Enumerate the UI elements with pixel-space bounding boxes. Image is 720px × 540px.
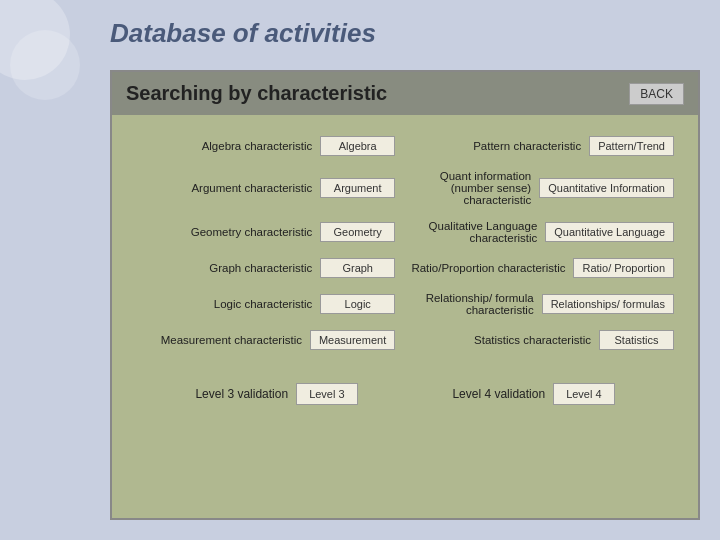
char-button[interactable]: Argument — [320, 178, 395, 198]
left-char-item: Logic characteristic Logic — [128, 285, 403, 323]
char-label: Pattern characteristic — [411, 140, 581, 152]
level3-label: Level 3 validation — [195, 387, 288, 401]
level4-item: Level 4 validation Level 4 — [452, 383, 614, 405]
left-char-item: Algebra characteristic Algebra — [128, 129, 403, 163]
panel-content: Algebra characteristic Algebra Pattern c… — [112, 115, 698, 423]
char-button[interactable]: Measurement — [310, 330, 395, 350]
char-button[interactable]: Ratio/ Proportion — [573, 258, 674, 278]
char-label: Relationship/ formula characteristic — [411, 292, 533, 316]
left-char-item: Argument characteristic Argument — [128, 163, 403, 213]
char-label: Geometry characteristic — [136, 226, 312, 238]
panel-header: Searching by characteristic BACK — [112, 72, 698, 115]
char-label: Statistics characteristic — [411, 334, 591, 346]
char-button[interactable]: Graph — [320, 258, 395, 278]
left-char-item: Graph characteristic Graph — [128, 251, 403, 285]
right-char-item: Quant information (number sense) charact… — [403, 163, 682, 213]
char-button[interactable]: Quantitative Information — [539, 178, 674, 198]
char-label: Quant information (number sense) charact… — [411, 170, 531, 206]
level4-label: Level 4 validation — [452, 387, 545, 401]
char-button[interactable]: Pattern/Trend — [589, 136, 674, 156]
char-button[interactable]: Algebra — [320, 136, 395, 156]
left-char-item: Geometry characteristic Geometry — [128, 213, 403, 251]
char-label: Graph characteristic — [136, 262, 312, 274]
decorative-circles — [0, 0, 100, 120]
level3-item: Level 3 validation Level 3 — [195, 383, 357, 405]
char-button[interactable]: Geometry — [320, 222, 395, 242]
right-char-item: Qualitative Language characteristic Quan… — [403, 213, 682, 251]
char-label: Algebra characteristic — [136, 140, 312, 152]
char-button[interactable]: Logic — [320, 294, 395, 314]
char-label: Ratio/Proportion characteristic — [411, 262, 565, 274]
right-char-item: Statistics characteristic Statistics — [403, 323, 682, 357]
right-char-item: Ratio/Proportion characteristic Ratio/ P… — [403, 251, 682, 285]
page-title: Database of activities — [110, 18, 376, 49]
char-label: Qualitative Language characteristic — [411, 220, 537, 244]
characteristics-grid: Algebra characteristic Algebra Pattern c… — [128, 129, 682, 357]
left-char-item: Measurement characteristic Measurement — [128, 323, 403, 357]
main-panel: Searching by characteristic BACK Algebra… — [110, 70, 700, 520]
right-char-item: Relationship/ formula characteristic Rel… — [403, 285, 682, 323]
level4-button[interactable]: Level 4 — [553, 383, 614, 405]
char-button[interactable]: Statistics — [599, 330, 674, 350]
bottom-row: Level 3 validation Level 3 Level 4 valid… — [128, 375, 682, 413]
right-char-item: Pattern characteristic Pattern/Trend — [403, 129, 682, 163]
back-button[interactable]: BACK — [629, 83, 684, 105]
char-label: Measurement characteristic — [136, 334, 302, 346]
panel-heading: Searching by characteristic — [126, 82, 387, 105]
char-label: Argument characteristic — [136, 182, 312, 194]
char-button[interactable]: Quantitative Language — [545, 222, 674, 242]
char-label: Logic characteristic — [136, 298, 312, 310]
level3-button[interactable]: Level 3 — [296, 383, 357, 405]
char-button[interactable]: Relationships/ formulas — [542, 294, 674, 314]
